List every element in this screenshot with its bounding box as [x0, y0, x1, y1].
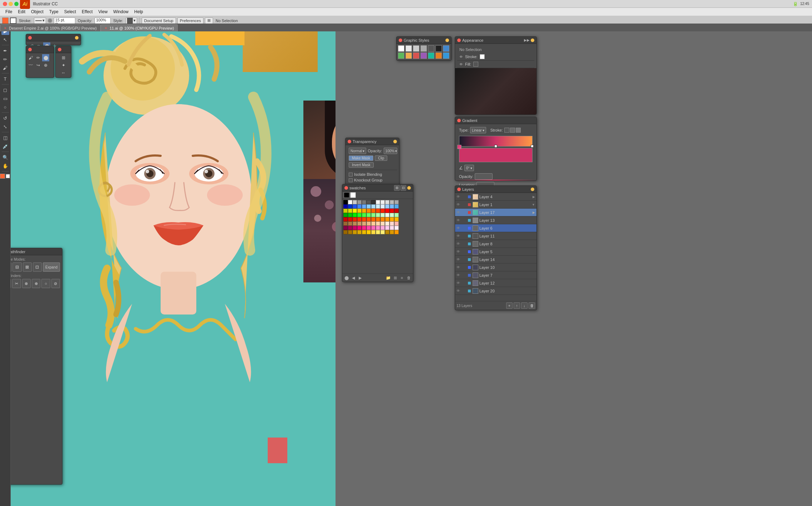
isolate-blending-check[interactable] — [349, 173, 353, 177]
bt-2[interactable]: ✏ — [35, 54, 42, 61]
sw-6-2[interactable] — [353, 226, 357, 230]
sw-1-7[interactable] — [376, 204, 380, 209]
grad-stop-1[interactable] — [494, 145, 497, 148]
grad-stroke-icon-1[interactable] — [504, 128, 509, 133]
grad-stop-2[interactable] — [531, 145, 534, 148]
knockout-group-check[interactable] — [349, 178, 353, 182]
gs-swatch-10[interactable] — [420, 52, 427, 59]
gradient-header[interactable]: Gradient — [455, 117, 536, 124]
sw-4-8[interactable] — [380, 217, 385, 221]
gs-swatch-1[interactable] — [405, 45, 412, 52]
layer-row-6[interactable]: 👁 Layer 6 — [455, 224, 536, 232]
sw-3-7[interactable] — [376, 213, 380, 217]
sw-5-6[interactable] — [371, 221, 375, 226]
arrange-btn[interactable]: ⊞ — [205, 17, 213, 24]
sw-palette-icon[interactable]: ⬤ — [344, 275, 349, 281]
gs-swatch-4[interactable] — [428, 45, 434, 52]
fill-swatch[interactable] — [2, 17, 9, 24]
pencil-tool[interactable]: ✏ — [1, 55, 9, 63]
sw-5-1[interactable] — [348, 221, 352, 226]
sw-0-10[interactable] — [390, 200, 394, 204]
window-minimize-btn[interactable] — [9, 2, 13, 6]
blend-mode-dropdown[interactable]: Normal ▾ — [349, 148, 366, 154]
sw-6-10[interactable] — [390, 226, 394, 230]
menu-help[interactable]: Help — [132, 9, 146, 15]
pf-trim[interactable]: ✂ — [12, 279, 21, 288]
menu-type[interactable]: Type — [47, 9, 61, 15]
brush-tools-header[interactable] — [26, 46, 54, 53]
sw-5-9[interactable] — [385, 221, 389, 226]
sw-7-4[interactable] — [362, 230, 366, 234]
sw-3-3[interactable] — [357, 213, 362, 217]
sw-next-btn[interactable]: ▶ — [357, 275, 363, 281]
brush-panel-close[interactable] — [28, 36, 32, 40]
layer-13-eye[interactable]: 👁 — [457, 218, 462, 222]
swatches-grid-view[interactable]: ⊞ — [394, 185, 400, 191]
opacity-input[interactable]: 100% — [95, 17, 111, 24]
gradient-type-dropdown[interactable]: Linear ▾ — [470, 127, 486, 133]
stroke-indicator[interactable] — [5, 174, 10, 179]
menu-window[interactable]: Window — [111, 9, 131, 15]
sw-1-10[interactable] — [390, 204, 394, 209]
fill-indicator[interactable] — [0, 174, 5, 179]
sw-6-9[interactable] — [385, 226, 389, 230]
layer-4-expand[interactable]: ▶ — [533, 195, 535, 199]
sw-0-8[interactable] — [380, 200, 385, 204]
pf-divide[interactable]: ÷ — [11, 279, 11, 288]
layer-12-eye[interactable]: 👁 — [457, 281, 462, 285]
sw-5-11[interactable] — [394, 221, 399, 226]
gradient-tool[interactable]: ◫ — [1, 134, 9, 142]
sw-0-4[interactable] — [362, 200, 366, 204]
gs-swatch-6[interactable] — [443, 45, 449, 52]
sw-4-9[interactable] — [385, 217, 389, 221]
layer-4-eye[interactable]: 👁 — [457, 195, 462, 199]
sw-3-2[interactable] — [353, 213, 357, 217]
layer-row-8[interactable]: 👁 Layer 8 — [455, 240, 536, 248]
pf-crop[interactable]: ⊕ — [32, 279, 40, 288]
gs-min[interactable] — [445, 39, 449, 42]
sw-7-6[interactable] — [371, 230, 375, 234]
sw-2-7[interactable] — [376, 209, 380, 213]
expand-btn[interactable]: Expand — [43, 262, 60, 272]
gradient-color-stop-indicator[interactable] — [457, 145, 462, 149]
sw-4-4[interactable] — [362, 217, 366, 221]
layer-6-eye[interactable]: 👁 — [457, 226, 462, 230]
sw-1-0[interactable] — [343, 204, 348, 209]
sw-grid-btn[interactable]: ⊞ — [392, 275, 398, 281]
sw-6-6[interactable] — [371, 226, 375, 230]
sw-7-1[interactable] — [348, 230, 352, 234]
gs-swatch-8[interactable] — [405, 52, 412, 59]
layer-row-11[interactable]: 👁 Layer 11 — [455, 232, 536, 240]
sw-close[interactable] — [344, 186, 348, 190]
sw-add-btn[interactable]: 📁 — [385, 275, 391, 281]
sw-2-0[interactable] — [343, 209, 348, 213]
layer-row-1[interactable]: 👁 Layer 1 ▼ — [455, 201, 536, 209]
layers-up-btn[interactable]: ↑ — [514, 302, 520, 309]
pen-tool[interactable]: ✒ — [1, 47, 9, 55]
gs-swatch-3[interactable] — [420, 45, 427, 52]
sw-3-8[interactable] — [380, 213, 385, 217]
sm-exclude[interactable]: ⊡ — [33, 262, 42, 272]
sw-2-6[interactable] — [371, 209, 375, 213]
gp-close[interactable] — [457, 119, 461, 122]
ap-min[interactable] — [531, 39, 534, 42]
gs-swatch-0[interactable] — [398, 45, 404, 52]
zoom-tool[interactable]: 🔍 — [1, 153, 9, 161]
sw-7-2[interactable] — [353, 230, 357, 234]
sw-4-3[interactable] — [357, 217, 362, 221]
sw-1-5[interactable] — [367, 204, 371, 209]
gs-swatch-2[interactable] — [413, 45, 419, 52]
tab-desert-empire[interactable]: ✕ Deseret Empire 2.ai @ 100% (RGB/GPU Pr… — [0, 24, 101, 31]
layer-row-7[interactable]: 👁 Layer 7 — [455, 271, 536, 279]
sw-0-3[interactable] — [357, 200, 362, 204]
sw-min[interactable] — [407, 186, 411, 190]
sw-2-5[interactable] — [367, 209, 371, 213]
sw-5-10[interactable] — [390, 221, 394, 226]
sw-7-8[interactable] — [380, 230, 385, 234]
sw-1-1[interactable] — [348, 204, 352, 209]
sw-0-7[interactable] — [376, 200, 380, 204]
gs-swatch-7[interactable] — [398, 52, 404, 59]
sw-4-7[interactable] — [376, 217, 380, 221]
sw-4-0[interactable] — [343, 217, 348, 221]
tt-3[interactable]: ↔ — [60, 69, 67, 76]
